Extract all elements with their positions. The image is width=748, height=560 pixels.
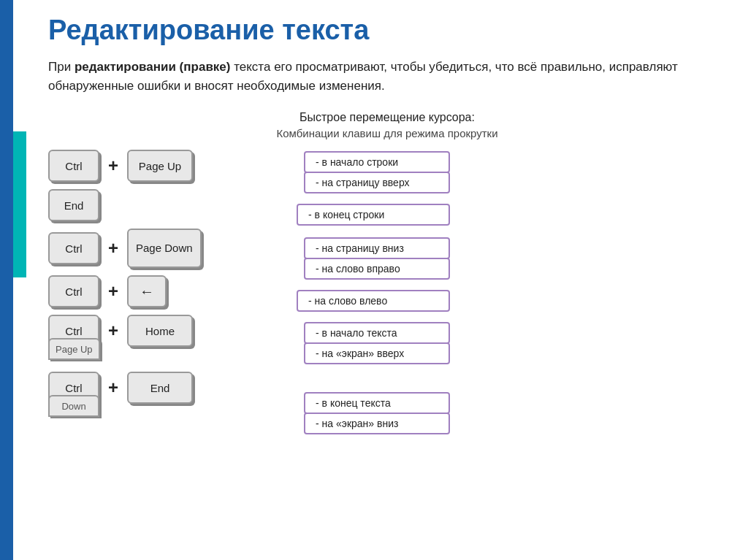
key-pageup: Page Up — [127, 150, 193, 182]
intro-text-before: При — [48, 60, 75, 74]
section2-header: Комбинации клавиш для режима прокрутки — [48, 127, 726, 139]
key-end-1: End — [48, 189, 99, 221]
plus-5: + — [108, 377, 118, 398]
page-title: Редактирование текста — [48, 15, 726, 46]
result-box-row1a: - в начало строки — [304, 151, 450, 173]
combo-ctrl-arrowleft: Ctrl + ← — [48, 275, 282, 307]
main-content: Редактирование текста При редактировании… — [26, 0, 748, 560]
plus-3: + — [108, 281, 118, 302]
ghost-pageup-row: Page Up — [48, 338, 100, 360]
result-box-row3a: - на страницу вниз — [304, 237, 450, 259]
plus-2: + — [108, 238, 118, 258]
keyboard-section: Ctrl + Page Up End Ctrl + Page Down Ctrl… — [48, 150, 726, 434]
key-ctrl-2: Ctrl — [48, 232, 99, 264]
result-row5-stacked: - в начало текста - на «экран» вверх — [304, 322, 450, 364]
ghost-down-row: Down — [48, 395, 99, 417]
result-row1-stacked: - в начало строки - на страницу вверх — [304, 151, 450, 193]
key-arrow-left: ← — [127, 275, 167, 307]
key-home: Home — [127, 315, 193, 347]
result-box-row6a: - в конец текста — [304, 392, 450, 414]
key-pagedown: Page Down — [127, 229, 202, 268]
result-box-row1b: - на страницу вверх — [304, 172, 450, 193]
plus-1: + — [108, 156, 118, 176]
key-end-2: End — [127, 372, 193, 404]
plus-4: + — [108, 321, 118, 341]
combo-ctrl-pageup: Ctrl + Page Up — [48, 150, 282, 182]
intro-paragraph: При редактировании (правке) текста его п… — [48, 58, 726, 95]
combo-ctrl-pagedown: Ctrl + Page Down — [48, 229, 282, 268]
result-row6-stacked: - в конец текста - на «экран» вниз — [304, 392, 450, 434]
key-ctrl-1: Ctrl — [48, 150, 99, 182]
combo-ctrl-end-area: Ctrl + End Down — [48, 372, 282, 404]
result-box-row5b: - на «экран» вверх — [304, 342, 450, 364]
combo-end: End — [48, 189, 282, 221]
result-row3-stacked: - на страницу вниз - на слово вправо — [304, 237, 450, 280]
left-sidebar — [0, 0, 13, 560]
intro-bold: редактировании (правке) — [75, 60, 231, 74]
ghost-key-pageup: Page Up — [48, 338, 100, 360]
ghost-key-down: Down — [48, 395, 99, 417]
result-labels: - в начало строки - на страницу вверх - … — [297, 150, 450, 434]
result-box-row2: - в конец строки — [297, 204, 450, 226]
section1-header: Быстрое перемещение курсора: — [48, 111, 726, 124]
result-box-row4: - на слово влево — [297, 290, 450, 312]
combo-ctrl-home-area: Ctrl + Home Page Up — [48, 315, 282, 347]
result-box-row3b: - на слово вправо — [304, 258, 450, 280]
result-box-row5a: - в начало текста — [304, 322, 450, 344]
key-ctrl-3: Ctrl — [48, 275, 99, 307]
result-box-row6b: - на «экран» вниз — [304, 413, 450, 434]
key-combinations: Ctrl + Page Up End Ctrl + Page Down Ctrl… — [48, 150, 282, 404]
teal-accent-bar — [13, 131, 26, 277]
